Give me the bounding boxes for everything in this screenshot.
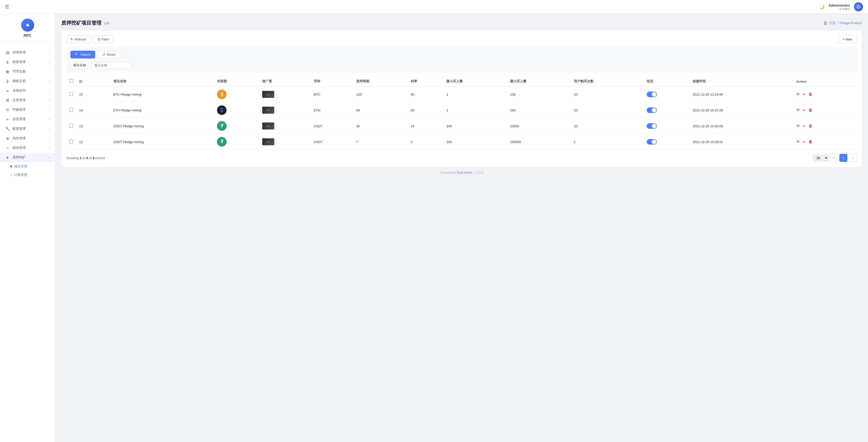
submenu-label-order: 订单管理 [14, 173, 27, 177]
delete-icon[interactable]: 🗑 [808, 124, 812, 128]
sidebar-item-finance[interactable]: $ 财务管理 ‹ [0, 57, 55, 67]
sidebar-subitem-order[interactable]: 订单管理 [0, 171, 55, 179]
sidebar-item-subscribe[interactable]: ⊙ 申购管理 ‹ [0, 105, 55, 114]
pagination-info: Showing 1 to 4 of 4 entries [66, 156, 105, 160]
edit-icon[interactable]: ✏ [803, 108, 806, 113]
risk-icon: ≣ [5, 136, 10, 141]
status-toggle[interactable] [647, 139, 657, 144]
article-label: 文章管理 [12, 98, 26, 102]
cell-action: 👁 ✏ 🗑 [793, 102, 857, 118]
toolbar-left: ↻ Refresh ⊟ Filter [66, 35, 113, 43]
col-name: 项目名称 [110, 76, 214, 86]
status-toggle[interactable] [647, 107, 657, 113]
cell-user-buy: 10 [571, 86, 644, 102]
sidebar-item-perpetual[interactable]: ∞ 永续合约 ‹ [0, 86, 55, 95]
page-title: 质押挖矿项目管理 [61, 20, 101, 26]
delete-icon[interactable]: 🗑 [808, 92, 812, 97]
view-icon[interactable]: 👁 [796, 92, 800, 97]
cell-action: 👁 ✏ 🗑 [793, 134, 857, 150]
col-rate: 利率 [408, 76, 443, 86]
sidebar-item-trade[interactable]: B 币币交易 ‹ [0, 67, 55, 76]
row-checkbox-cell [66, 86, 76, 102]
col-id: ID ↑ [76, 76, 110, 86]
sidebar-subitem-project[interactable]: 项目管理 [0, 162, 55, 171]
row-checkbox[interactable] [69, 92, 73, 96]
cell-promo: IMG [259, 118, 311, 134]
table-row: 13 USDT Pledge mining ₮ IMG USDT 30 15 1… [66, 118, 857, 134]
prev-page-button[interactable]: ‹ [830, 154, 838, 162]
sort-icon-created[interactable]: ↑ [707, 80, 708, 83]
new-button[interactable]: + New [838, 35, 857, 43]
cell-name: ETH Pledge mining [110, 102, 214, 118]
next-page-button[interactable]: › [849, 154, 857, 162]
breadcrumb-home-link[interactable]: 主页 [829, 21, 836, 25]
cell-max-buy: 100 [507, 86, 571, 102]
cell-period: 120 [353, 86, 408, 102]
cell-created: 2021-12-25 12:24:46 [690, 86, 793, 102]
article-arrow: ‹ [49, 99, 50, 102]
sidebar-item-config[interactable]: 🔧 配置管理 ‹ [0, 124, 55, 134]
user-status: Online [840, 7, 850, 10]
cell-coin: USDT [311, 134, 353, 150]
view-icon[interactable]: 👁 [796, 108, 800, 112]
search-button[interactable]: 🔍 Search [70, 51, 95, 59]
cell-period: 30 [353, 118, 408, 134]
edit-icon[interactable]: ✏ [803, 140, 806, 144]
sidebar-item-pledge[interactable]: ¥ 质押挖矿 ∨ [0, 152, 55, 162]
row-checkbox[interactable] [69, 140, 73, 143]
reset-button[interactable]: ↺ Reset [98, 51, 120, 59]
sidebar-item-options[interactable]: ₿ 期权交易 ‹ [0, 76, 55, 86]
sidebar-item-wallet[interactable]: ○ 钱包管理 ‹ [0, 143, 55, 152]
cell-name: USDT Pledge mining [110, 118, 214, 134]
sidebar-item-risk[interactable]: ≣ 风控管理 ‹ [0, 134, 55, 143]
data-table: ID ↑ 项目名称 封面图 推广图 币种 质押周期 利率 最小买入量 最大买入量… [66, 76, 857, 150]
col-action: Action [793, 76, 857, 86]
filter-button[interactable]: ⊟ Filter [93, 35, 113, 43]
trade-label: 币币交易 [12, 69, 26, 74]
cell-rate: 15 [408, 118, 443, 134]
cell-status [644, 86, 689, 102]
view-icon[interactable]: 👁 [796, 140, 800, 144]
footer-brand-link[interactable]: Dcat Admin [457, 171, 472, 174]
cell-max-buy: 100 [507, 102, 571, 118]
power-button[interactable]: ⏻ [854, 2, 863, 11]
row-checkbox-cell [66, 134, 76, 150]
page-1-button[interactable]: 1 [839, 154, 847, 162]
sidebar-item-proxy[interactable]: ▤ 代理管理 ‹ [0, 48, 55, 57]
view-icon[interactable]: 👁 [796, 124, 800, 128]
refresh-button[interactable]: ↻ Refresh [66, 35, 91, 43]
risk-arrow: ‹ [49, 137, 50, 140]
delete-icon[interactable]: 🗑 [808, 140, 812, 144]
row-checkbox[interactable] [69, 124, 73, 128]
toolbar: ↻ Refresh ⊟ Filter + New [66, 35, 857, 43]
edit-icon[interactable]: ✏ [803, 92, 806, 97]
cell-action: 👁 ✏ 🗑 [793, 118, 857, 134]
footer: Powered by Dcat Admin · v1.7.8 [61, 167, 862, 178]
cell-id: 15 [76, 86, 110, 102]
row-checkbox-cell [66, 102, 76, 118]
cell-promo: IMG [259, 86, 311, 102]
sort-icon-id[interactable]: ↑ [84, 80, 85, 83]
page-size-select[interactable]: 20 50 100 [813, 155, 828, 161]
theme-toggle-icon[interactable]: 🌙 [819, 4, 825, 9]
config-icon: 🔧 [5, 127, 10, 131]
topbar-left: ☰ [5, 4, 9, 9]
filter-field-input[interactable] [91, 62, 132, 69]
row-checkbox[interactable] [69, 108, 73, 112]
cell-period: 7 [353, 134, 408, 150]
cell-rate: 40 [408, 86, 443, 102]
status-toggle[interactable] [647, 92, 657, 97]
col-period: 质押周期 [353, 76, 408, 86]
filter-icon: ⊟ [97, 37, 100, 41]
search-area: 🔍 Search ↺ Reset 项目名称 [66, 47, 857, 72]
delete-icon[interactable]: 🗑 [808, 108, 812, 112]
sidebar-item-article[interactable]: ⊞ 文章管理 ‹ [0, 95, 55, 105]
sidebar-item-home[interactable]: ≡ 首页管理 ‹ [0, 114, 55, 124]
status-toggle[interactable] [647, 123, 657, 129]
edit-icon[interactable]: ✏ [803, 124, 806, 129]
select-all-checkbox[interactable] [69, 79, 73, 83]
cell-cover: Ξ [214, 102, 259, 118]
cover-icon: Ξ [217, 105, 226, 115]
breadcrumb-home-icon: 🏠 [824, 21, 828, 25]
menu-toggle-icon[interactable]: ☰ [5, 4, 9, 9]
